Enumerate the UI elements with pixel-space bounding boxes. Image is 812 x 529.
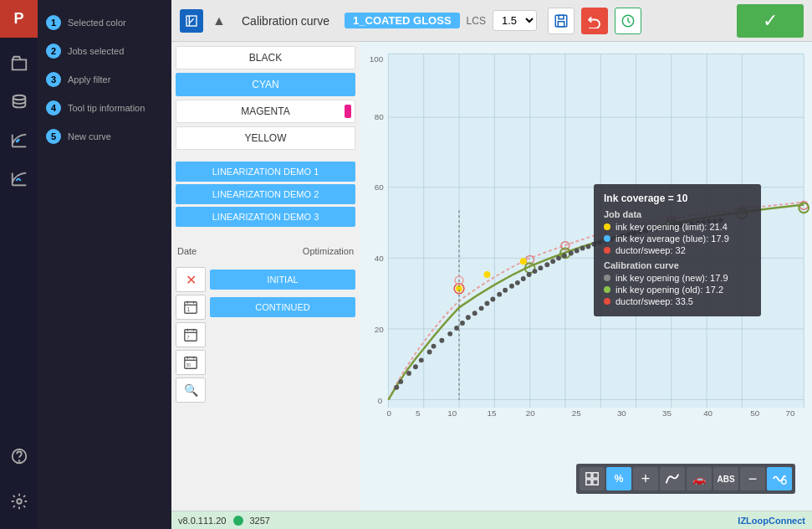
sidebar-curve-btn[interactable]	[3, 124, 36, 157]
undo-icon-btn[interactable]	[581, 8, 608, 34]
svg-point-9	[18, 460, 19, 461]
svg-point-143	[782, 480, 786, 484]
svg-text:100: 100	[370, 54, 384, 64]
step-badge-4: 4	[46, 100, 61, 116]
svg-point-132	[718, 218, 723, 223]
color-black[interactable]: BLACK	[176, 46, 355, 69]
svg-point-130	[707, 218, 712, 223]
date-row-month: 30	[176, 350, 355, 375]
confirm-button[interactable]: ✓	[737, 4, 804, 38]
svg-line-6	[16, 178, 18, 181]
svg-point-131	[712, 218, 718, 223]
color-magenta-label: MAGENTA	[241, 105, 289, 117]
version-label: v8.0.111.20	[178, 516, 227, 526]
chart-tool-grid[interactable]	[580, 467, 605, 490]
filter-continued-btn[interactable]: CONTINUED	[210, 297, 355, 317]
opt-col-label: Optimization	[303, 246, 354, 256]
clock-icon-btn[interactable]	[615, 8, 641, 34]
sidebar-help-btn[interactable]	[3, 439, 36, 473]
content-area: BLACK CYAN MAGENTA YELLOW LINEARIZATION …	[171, 42, 812, 511]
app-logo[interactable]: P	[0, 0, 38, 38]
header-bar: ▲ Calibration curve 1_COATED GLOSS LCS 1…	[171, 0, 812, 42]
svg-point-86	[447, 331, 452, 336]
svg-text:25: 25	[572, 408, 581, 418]
chart-tool-curve[interactable]	[660, 467, 685, 490]
sidebar-settings-btn[interactable]	[3, 485, 36, 518]
step-label-2: Jobs selected	[68, 46, 124, 56]
magenta-bar	[345, 105, 351, 118]
svg-text:0: 0	[378, 396, 383, 405]
chart-tool-percent[interactable]: %	[606, 467, 631, 490]
svg-text:30: 30	[617, 408, 626, 418]
svg-point-109	[586, 244, 591, 249]
single-date-btn[interactable]: 1	[176, 295, 206, 320]
chart-area: 100 80 60 40 20 0 0 5 10 15 20 25 30 35 …	[360, 42, 812, 511]
svg-rect-142	[593, 480, 598, 485]
cyan-bar	[345, 78, 351, 91]
chart-tool-abs[interactable]: ABS	[713, 467, 738, 490]
sidebar-narrow: P	[0, 0, 38, 529]
svg-text:80: 80	[375, 112, 384, 121]
color-cyan[interactable]: CYAN	[176, 73, 355, 96]
svg-point-10	[17, 499, 22, 504]
color-yellow[interactable]: YELLOW	[176, 126, 355, 150]
color-cyan-label: CYAN	[252, 79, 278, 90]
job-item-1[interactable]: LINEARIZATION DEMO 1	[176, 162, 355, 182]
svg-text:15: 15	[487, 408, 496, 418]
search-date-btn[interactable]: 🔍	[176, 377, 206, 403]
svg-point-117	[632, 231, 637, 236]
sidebar-step-tooltip-info[interactable]: 4 Tool tip information	[38, 94, 171, 122]
sidebar-step-selected-color[interactable]: 1 Selected color	[38, 8, 171, 37]
svg-point-116	[626, 232, 631, 237]
svg-point-80	[406, 371, 411, 376]
svg-rect-49	[388, 54, 804, 408]
month-date-btn[interactable]: 30	[176, 350, 206, 375]
svg-point-106	[569, 251, 574, 256]
save-icon-btn[interactable]	[548, 8, 575, 34]
job-item-3[interactable]: LINEARIZATION DEMO 3	[176, 207, 355, 227]
header-logo-area: ▲	[180, 9, 231, 33]
svg-point-128	[695, 220, 700, 225]
svg-point-92	[485, 301, 490, 306]
svg-point-115	[620, 234, 626, 239]
sidebar-step-jobs-selected[interactable]: 2 Jobs selected	[38, 37, 171, 65]
sidebar-jobs-btn[interactable]	[3, 162, 36, 196]
svg-point-125	[678, 223, 683, 228]
step-label-5: New curve	[68, 131, 111, 141]
week-date-btn[interactable]: 7	[176, 322, 206, 347]
svg-text:60: 60	[375, 182, 384, 192]
date-row-clear: ✕ INITIAL	[176, 267, 355, 292]
chart-tool-plus[interactable]: +	[633, 467, 658, 490]
version-select[interactable]: 1.5 1.4 1.3	[493, 10, 537, 31]
chart-tool-wave[interactable]	[767, 467, 792, 490]
left-panel: BLACK CYAN MAGENTA YELLOW LINEARIZATION …	[171, 42, 360, 511]
up-arrow-icon[interactable]: ▲	[207, 9, 231, 33]
sidebar-step-new-curve[interactable]: 5 New curve	[38, 122, 171, 151]
svg-point-120	[649, 227, 654, 232]
sidebar-database-btn[interactable]	[3, 85, 36, 119]
svg-rect-139	[586, 473, 591, 478]
date-filter-area: ✕ INITIAL 1 CO	[176, 267, 355, 403]
svg-point-85	[439, 338, 444, 343]
svg-text:50: 50	[750, 408, 759, 418]
color-magenta[interactable]: MAGENTA	[176, 100, 355, 123]
svg-text:35: 35	[662, 408, 672, 418]
sidebar-folder-btn[interactable]	[3, 47, 36, 80]
svg-point-0	[13, 95, 25, 100]
step-label-4: Tool tip information	[68, 103, 145, 113]
sidebar-step-apply-filter[interactable]: 3 Apply filter	[38, 65, 171, 94]
job-item-2[interactable]: LINEARIZATION DEMO 2	[176, 184, 355, 204]
svg-text:10: 10	[447, 408, 457, 418]
filter-initial-btn[interactable]: INITIAL	[210, 270, 355, 290]
connection-count: 3257	[250, 516, 270, 526]
clear-date-btn[interactable]: ✕	[176, 267, 206, 292]
svg-point-90	[472, 311, 477, 316]
chart-tool-car[interactable]: 🚗	[687, 467, 712, 490]
svg-point-108	[580, 246, 585, 251]
step-badge-5: 5	[46, 129, 61, 144]
svg-point-110	[591, 242, 596, 247]
svg-text:5: 5	[416, 408, 421, 418]
svg-point-89	[466, 315, 471, 320]
svg-point-103	[550, 259, 555, 264]
chart-tool-minus[interactable]: −	[740, 467, 765, 490]
